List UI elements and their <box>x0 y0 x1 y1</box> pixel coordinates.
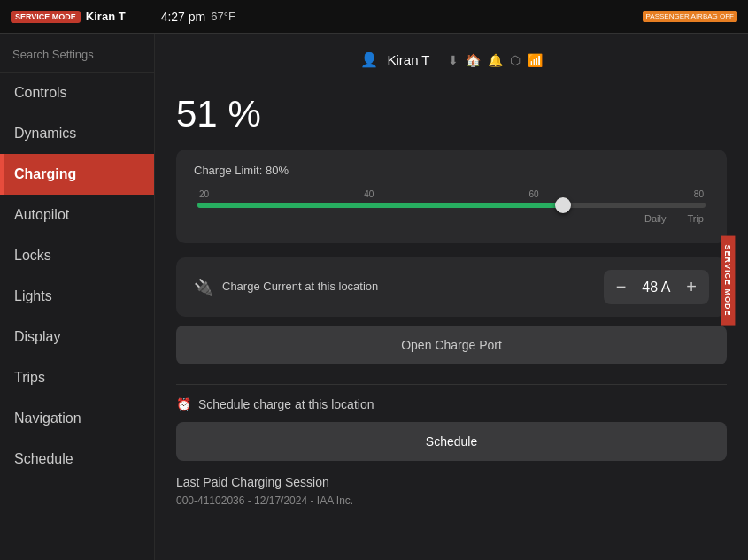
schedule-header: ⏰ Schedule charge at this location <box>176 397 727 411</box>
schedule-charge-label: Schedule charge at this location <box>198 397 374 411</box>
main-content: 👤 Kiran T ⬇ 🏠 🔔 ⬡ 📶 51 % Charge Limit: 8… <box>155 34 748 560</box>
charge-percent: 51 % <box>176 93 727 135</box>
tick-80: 80 <box>694 189 704 199</box>
header-icons: ⬇ 🏠 🔔 ⬡ 📶 <box>448 53 543 67</box>
charge-current-section: 🔌 Charge Current at this location − 48 A… <box>176 257 727 317</box>
home-icon: 🏠 <box>466 53 481 67</box>
charge-slider-container[interactable]: 20 40 60 80 Daily Trip <box>197 189 706 224</box>
service-mode-badge: SERVICE MODE <box>11 11 81 23</box>
decrement-button[interactable]: − <box>616 277 627 297</box>
slider-labels: Daily Trip <box>197 213 706 224</box>
sidebar-item-lights[interactable]: Lights <box>0 276 154 317</box>
label-daily: Daily <box>644 213 666 224</box>
sidebar-item-locks[interactable]: Locks <box>0 235 154 276</box>
schedule-button[interactable]: Schedule <box>176 422 727 461</box>
tick-60: 60 <box>529 189 539 199</box>
sidebar-item-autopilot[interactable]: Autopilot <box>0 195 154 235</box>
user-header: 👤 Kiran T ⬇ 🏠 🔔 ⬡ 📶 <box>176 51 727 77</box>
sidebar: Search Settings ControlsDynamicsCharging… <box>0 34 155 560</box>
label-trip: Trip <box>687 213 704 224</box>
bell-icon: 🔔 <box>488 53 503 67</box>
sidebar-item-trips[interactable]: Trips <box>0 357 154 398</box>
bluetooth-icon: ⬡ <box>510 53 521 67</box>
open-charge-port-button[interactable]: Open Charge Port <box>176 326 727 364</box>
charge-current-left: 🔌 Charge Current at this location <box>194 278 378 297</box>
status-time: 4:27 pm <box>161 10 206 24</box>
last-paid-info: 000-41102036 - 12/17/2024 - IAA Inc. <box>176 495 727 507</box>
download-icon: ⬇ <box>448 53 459 67</box>
increment-button[interactable]: + <box>686 277 697 297</box>
last-paid-title: Last Paid Charging Session <box>176 475 727 489</box>
passenger-airbag-badge: PASSENGER AIRBAG OFF <box>643 11 737 22</box>
last-paid-section: Last Paid Charging Session 000-41102036 … <box>176 475 727 507</box>
slider-thumb[interactable] <box>555 197 571 213</box>
sidebar-item-display[interactable]: Display <box>0 317 154 357</box>
sidebar-item-dynamics[interactable]: Dynamics <box>0 113 154 154</box>
sidebar-item-navigation[interactable]: Navigation <box>0 398 154 439</box>
charge-limit-label: Charge Limit: 80% <box>194 164 709 177</box>
charge-current-control: − 48 A + <box>604 270 709 304</box>
driver-name: Kiran T <box>86 10 126 23</box>
status-bar: SERVICE MODE Kiran T 4:27 pm 67°F PASSEN… <box>0 0 748 34</box>
sidebar-item-controls[interactable]: Controls <box>0 73 154 113</box>
charge-current-value: 48 A <box>638 280 674 295</box>
slider-ticks: 20 40 60 80 <box>197 189 706 199</box>
charge-current-label: Charge Current at this location <box>222 279 378 295</box>
lte-icon: 📶 <box>528 53 543 67</box>
schedule-section: ⏰ Schedule charge at this location Sched… <box>176 397 727 461</box>
user-name-display: Kiran T <box>387 52 429 67</box>
plug-icon: 🔌 <box>194 278 213 297</box>
charge-limit-section: Charge Limit: 80% 20 40 60 80 Daily Trip <box>176 150 727 243</box>
search-settings-label[interactable]: Search Settings <box>0 41 154 73</box>
section-divider <box>176 384 727 385</box>
tick-20: 20 <box>199 189 209 199</box>
clock-icon: ⏰ <box>176 397 191 411</box>
slider-fill <box>197 203 563 208</box>
slider-track[interactable] <box>197 203 706 208</box>
sidebar-item-charging[interactable]: Charging <box>0 154 154 195</box>
tick-40: 40 <box>364 189 374 199</box>
sidebar-item-schedule[interactable]: Schedule <box>0 439 154 479</box>
sidebar-nav: ControlsDynamicsChargingAutopilotLocksLi… <box>0 73 154 479</box>
status-temp: 67°F <box>211 10 235 23</box>
user-icon: 👤 <box>360 51 378 68</box>
